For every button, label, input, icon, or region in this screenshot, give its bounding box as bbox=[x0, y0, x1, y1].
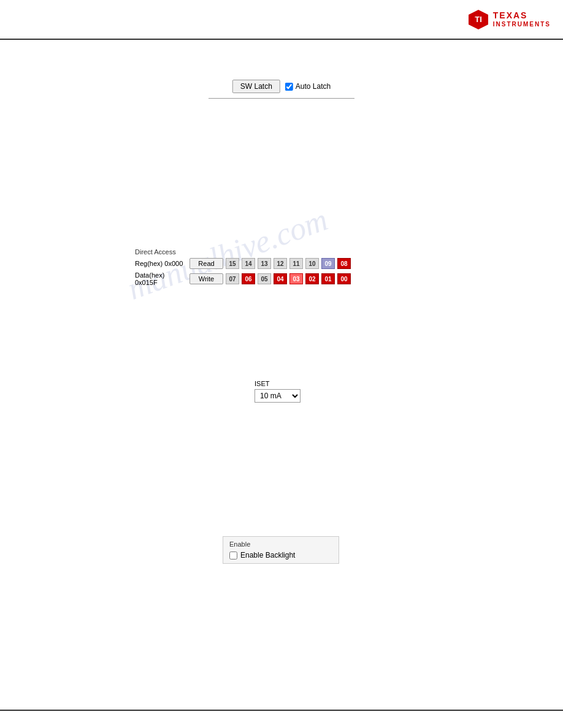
write-bit-03[interactable]: 03 bbox=[289, 273, 303, 284]
reg-label: Reg(hex) 0x000 bbox=[135, 260, 187, 267]
read-bit-10[interactable]: 10 bbox=[305, 258, 319, 269]
enable-backlight-checkbox[interactable] bbox=[229, 552, 237, 559]
iset-select[interactable]: 5 mA 10 mA 15 mA 20 mA 25 mA 30 mA bbox=[255, 389, 301, 403]
ti-logo-icon: TI bbox=[467, 9, 489, 31]
write-button[interactable]: Write bbox=[190, 273, 223, 284]
read-row: Reg(hex) 0x000 Read 15 14 13 12 11 10 09… bbox=[135, 258, 351, 269]
data-label: Data(hex) 0x015F bbox=[135, 271, 187, 286]
write-bit-00[interactable]: 00 bbox=[337, 273, 351, 284]
auto-latch-text: Auto Latch bbox=[296, 82, 331, 91]
header: TI TEXAS INSTRUMENTS bbox=[0, 0, 563, 40]
footer bbox=[0, 710, 563, 728]
write-bit-06[interactable]: 06 bbox=[242, 273, 255, 284]
write-bit-01[interactable]: 01 bbox=[321, 273, 335, 284]
iset-section: ISET 5 mA 10 mA 15 mA 20 mA 25 mA 30 mA bbox=[255, 380, 301, 403]
read-bit-14[interactable]: 14 bbox=[242, 258, 255, 269]
write-bit-04[interactable]: 04 bbox=[274, 273, 287, 284]
read-bit-13[interactable]: 13 bbox=[258, 258, 271, 269]
write-row: Data(hex) 0x015F Write 07 06 05 04 03 02… bbox=[135, 271, 351, 286]
read-bit-08[interactable]: 08 bbox=[337, 258, 351, 269]
ti-texas-label: TEXAS bbox=[493, 11, 551, 20]
auto-latch-checkbox[interactable] bbox=[285, 83, 293, 91]
read-bit-09[interactable]: 09 bbox=[321, 258, 335, 269]
enable-section: Enable Enable Backlight bbox=[223, 536, 339, 564]
write-bit-07[interactable]: 07 bbox=[226, 273, 239, 284]
write-bit-05[interactable]: 05 bbox=[258, 273, 271, 284]
direct-access-section: Direct Access Reg(hex) 0x000 Read 15 14 … bbox=[135, 248, 351, 289]
write-bit-02[interactable]: 02 bbox=[305, 273, 319, 284]
sw-latch-section: SW Latch Auto Latch bbox=[232, 80, 331, 93]
svg-text:TI: TI bbox=[475, 15, 482, 24]
read-bit-15[interactable]: 15 bbox=[226, 258, 239, 269]
read-bit-11[interactable]: 11 bbox=[289, 258, 303, 269]
sw-latch-button[interactable]: SW Latch bbox=[232, 80, 280, 93]
enable-checkbox-row: Enable Backlight bbox=[229, 551, 332, 559]
direct-access-title: Direct Access bbox=[135, 248, 351, 256]
divider-line bbox=[209, 98, 354, 99]
ti-logo: TI TEXAS INSTRUMENTS bbox=[467, 9, 551, 31]
enable-group-label: Enable bbox=[229, 540, 332, 548]
main-content: SW Latch Auto Latch manualhive.com Direc… bbox=[0, 40, 563, 710]
enable-backlight-label: Enable Backlight bbox=[240, 551, 295, 559]
read-button[interactable]: Read bbox=[190, 258, 223, 269]
auto-latch-label: Auto Latch bbox=[285, 82, 331, 91]
read-bit-12[interactable]: 12 bbox=[274, 258, 287, 269]
ti-instruments-label: INSTRUMENTS bbox=[493, 21, 551, 28]
iset-label: ISET bbox=[255, 380, 301, 387]
ti-logo-text: TEXAS INSTRUMENTS bbox=[493, 11, 551, 27]
